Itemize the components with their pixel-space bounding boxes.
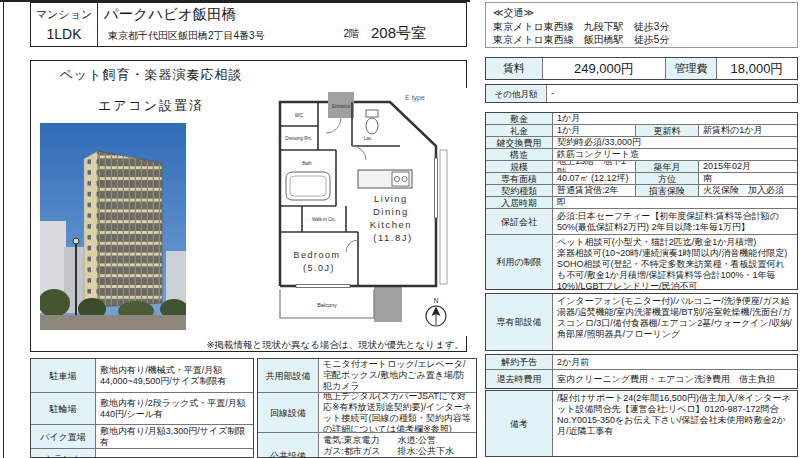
window bbox=[434, 158, 437, 218]
row-deposit: 敷金 1か月 bbox=[486, 113, 797, 125]
row-move-in: 入居時期 即 bbox=[486, 197, 797, 209]
balcony-label: Balcony bbox=[317, 302, 337, 308]
direction-value: 南 bbox=[699, 173, 797, 184]
public-utilities-label: 公共設備 bbox=[258, 433, 319, 458]
structure-label: 構造 bbox=[486, 149, 553, 160]
row-remarks: 備考 /駆付けサポート24(2年間16,500円)借主加入/※インターネット設備… bbox=[486, 391, 797, 456]
lav-label: Lav. bbox=[364, 136, 372, 141]
access-line-1: 東京メトロ東西線 九段下駅 徒歩3分 bbox=[493, 20, 790, 34]
mgmt-fee-label: 管理費 bbox=[666, 58, 717, 79]
built-label: 築年月 bbox=[635, 161, 699, 172]
property-type-cell: マンション 1LDK bbox=[31, 3, 98, 46]
restrictions-value: ペット相談可(小型犬・猫計2匹迄/敷金1か月積増) 楽器相談可(10~20時/連… bbox=[553, 235, 797, 289]
rent-table: 賃料 249,000円 管理費 18,000円 bbox=[485, 57, 798, 80]
bicycle-parking-value: 敷地内有り/2段ラック式・平置/月額440円/シール有 bbox=[96, 393, 253, 424]
public-utilities-right: 水道:公営 排水:公共下水 bbox=[398, 435, 473, 457]
remarks-label: 備考 bbox=[486, 391, 553, 456]
move-in-value: 即 bbox=[553, 197, 797, 208]
terms-table: 敷金 1か月 礼金 1か月 更新料 新賃料の1か月 鍵交換費用 契約時必須/33… bbox=[485, 112, 798, 290]
row-scale: 規模 地上13階 地下1階 築年月 2015年02月 bbox=[486, 161, 797, 173]
scale-label: 規模 bbox=[486, 161, 553, 172]
equipment-label: 専有部設備 bbox=[486, 294, 553, 350]
cancel-notice-value: 2か月前 bbox=[553, 355, 797, 369]
header-box: マンション 1LDK パークハビオ飯田橋 東京都千代田区飯田橋2丁目4番3号 2… bbox=[30, 2, 467, 47]
disclaimer-note: ※掲載情報と現状が異なる場合は、現状が優先となります。 bbox=[198, 339, 464, 352]
floor-plan: E type bbox=[240, 88, 470, 336]
row-restrictions: 利用の制限 ペット相談可(小型犬・猫計2匹迄/敷金1か月積増) 楽器相談可(10… bbox=[486, 235, 797, 289]
wc-label: W/C bbox=[295, 113, 304, 118]
floor-text: 2階 bbox=[343, 27, 359, 43]
row-public-utilities: 公共設備 電気:東京電力 ガス:都市ガス 水道:公営 排水:公共下水 bbox=[258, 433, 476, 458]
row-key-exchange: 鍵交換費用 契約時必須/33,000円 bbox=[486, 137, 797, 149]
moveout-cost-value: 室内クリーニング費用・エアコン洗浄費用 借主負担 bbox=[553, 370, 797, 388]
row-moveout-cost: 退去時費用 室内クリーニング費用・エアコン洗浄費用 借主負担 bbox=[486, 370, 797, 388]
rent-value: 249,000円 bbox=[543, 58, 666, 79]
rent-label: 賃料 bbox=[486, 58, 543, 79]
key-money-value: 1か月 bbox=[553, 125, 635, 136]
key-exchange-value: 契約時必須/33,000円 bbox=[553, 137, 797, 148]
car-parking-value: 敷地内有り/機械式・平置/月額44,000~49,500円/サイズ制限有 bbox=[96, 359, 253, 392]
bike-parking-label: バイク置場 bbox=[31, 425, 96, 448]
tower-side-face bbox=[84, 151, 98, 309]
insurance-value: 火災保険 加入必須 bbox=[699, 185, 797, 196]
row-guarantor: 保証会社 必須:日本セーフティー【初年度保証料:賃料等合計額の50%(最低保証料… bbox=[486, 209, 797, 235]
contract-value: 普通賃貸借:2年 bbox=[553, 185, 635, 196]
bath-label: Bath bbox=[302, 161, 312, 166]
row-bicycle-parking: 駐輪場 敷地内有り/2段ラック式・平置/月額440円/シール有 bbox=[31, 393, 253, 425]
public-utilities-value: 電気:東京電力 ガス:都市ガス 水道:公営 排水:公共下水 bbox=[319, 433, 476, 458]
guarantor-label: 保証会社 bbox=[486, 209, 553, 234]
guarantor-value: 必須:日本セーフティー【初年度保証料:賃料等合計額の50%(最低保証料2万円) … bbox=[553, 209, 797, 234]
renewal-fee-value: 新賃料の1か月 bbox=[699, 125, 797, 136]
tower-front-face bbox=[98, 151, 162, 307]
row-structure: 構造 鉄筋コンクリート造 bbox=[486, 149, 797, 161]
built-value: 2015年02月 bbox=[699, 161, 797, 172]
key-money-label: 礼金 bbox=[486, 125, 553, 136]
row-shared-equipment: 共用部設備 モニタ付オートロック/エレベータ/宅配ボックス/敷地内ごみ置き場/防… bbox=[258, 359, 476, 393]
shared-equipment-label: 共用部設備 bbox=[258, 359, 319, 392]
layout-type: 1LDK bbox=[46, 26, 81, 42]
equipment-table: 専有部設備 インターフォン(モニター付)/バルコニー/洗浄便座/ガス給湯器/追焚… bbox=[485, 293, 798, 351]
building-photo bbox=[40, 123, 186, 330]
other-monthly-value: - bbox=[547, 85, 797, 102]
header-subline: 東京都千代田区飯田橋2丁目4番3号 2階 208号室 bbox=[104, 24, 460, 43]
window bbox=[296, 284, 350, 287]
bicycle-parking-label: 駐輪場 bbox=[31, 393, 96, 424]
cancel-notice-label: 解約予告 bbox=[486, 355, 553, 369]
remarks-table: 備考 /駆付けサポート24(2年間16,500円)借主加入/※インターネット設備… bbox=[485, 390, 798, 457]
frame-line-left bbox=[3, 0, 4, 458]
insurance-label: 損害保険 bbox=[635, 185, 699, 196]
common-facilities-table: 共用部設備 モニタ付オートロック/エレベータ/宅配ボックス/敷地内ごみ置き場/防… bbox=[257, 358, 477, 458]
direction-label: 方位 bbox=[635, 173, 699, 184]
wic-label: Walk-in Clo. bbox=[312, 217, 336, 222]
trunk-room-value: 無 bbox=[96, 449, 253, 458]
shared-equipment-value: モニタ付オートロック/エレベータ/宅配ボックス/敷地内ごみ置き場/防犯カメラ bbox=[319, 359, 476, 392]
room-number: 208号室 bbox=[371, 24, 426, 43]
cancellation-table: 解約予告 2か月前 退去時費用 室内クリーニング費用・エアコン洗浄費用 借主負担 bbox=[485, 354, 798, 389]
toilet-icon bbox=[366, 118, 378, 134]
mgmt-fee-value: 18,000円 bbox=[717, 58, 797, 79]
trunk-room-label: トランク ルーム bbox=[31, 449, 96, 458]
row-cancel-notice: 解約予告 2か月前 bbox=[486, 355, 797, 370]
row-trunk-room: トランク ルーム 無 bbox=[31, 449, 253, 458]
other-monthly-table: その他月額 - bbox=[485, 84, 798, 103]
scale-value: 地上13階 地下1階 bbox=[553, 161, 635, 172]
bike-parking-value: 敷地内有り/月額3,300円/サイズ制限有 bbox=[96, 425, 253, 448]
move-in-label: 入居時期 bbox=[486, 197, 553, 208]
car-parking-label: 駐車場 bbox=[31, 359, 96, 392]
moveout-cost-label: 退去時費用 bbox=[486, 370, 553, 388]
contract-label: 契約種類 bbox=[486, 185, 553, 196]
address-text: 東京都千代田区飯田橋2丁目4番3号 bbox=[104, 29, 343, 43]
highlight-aircon: エアコン設置済 bbox=[40, 97, 262, 115]
header-main: パークハビオ飯田橋 東京都千代田区飯田橋2丁目4番3号 2階 208号室 bbox=[98, 3, 466, 46]
access-box: ≪交通≫ 東京メトロ東西線 九段下駅 徒歩3分 東京メトロ東西線 飯田橋駅 徒歩… bbox=[485, 2, 798, 48]
line-equipment-value: 地上デジタル(スカパーJSATにて対応※有料放送別途契約要)/インターネット接続… bbox=[319, 393, 476, 432]
row-line-equipment: 回線設備 地上デジタル(スカパーJSATにて対応※有料放送別途契約要)/インター… bbox=[258, 393, 476, 433]
line-equipment-label: 回線設備 bbox=[258, 393, 319, 432]
key-exchange-label: 鍵交換費用 bbox=[486, 137, 553, 148]
area-value: 40.07㎡ (12.12坪) bbox=[553, 173, 635, 184]
dressing-label: Dressing Rm. bbox=[285, 136, 312, 141]
restrictions-label: 利用の制限 bbox=[486, 235, 553, 289]
svg-text:N: N bbox=[434, 297, 439, 304]
building-name: パークハビオ飯田橋 bbox=[104, 5, 460, 24]
property-type: マンション bbox=[36, 7, 92, 22]
